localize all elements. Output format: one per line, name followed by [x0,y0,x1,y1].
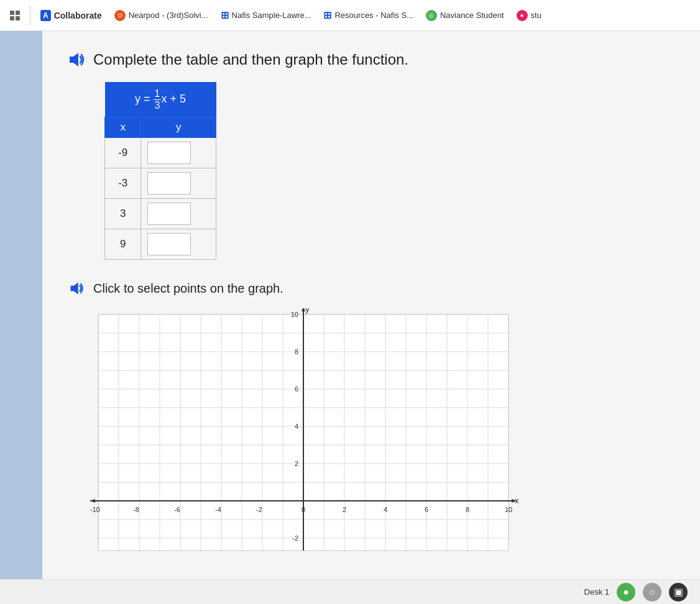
desk-label: Desk 1 [584,587,609,597]
collaborate-icon: A [40,10,51,21]
svg-text:8: 8 [466,506,469,513]
svg-text:-4: -4 [215,506,221,513]
x-value-0: -9 [105,138,141,168]
svg-text:10: 10 [505,506,512,513]
svg-marker-0 [70,53,78,66]
svg-text:2: 2 [343,506,346,513]
coordinate-graph[interactable]: // We'll draw these inline via the SVG [80,308,521,569]
nav-nafis-sample[interactable]: ⊞ Nafis Sample-Lawre... [216,7,316,24]
svg-text:-2: -2 [292,534,298,542]
main-content: Complete the table and then graph the fu… [42,31,700,604]
desk-bar: Desk 1 ● ○ ▣ [0,579,700,604]
y-input-0[interactable] [147,142,191,164]
fraction-denominator: 3 [154,100,162,111]
nav-collaborate[interactable]: A Collaborate [35,7,107,24]
table-equation-header: y = 1 3 x + 5 [105,82,216,117]
y-input-cell-1[interactable] [141,168,216,199]
x-value-3: 9 [105,229,141,260]
table-row: 9 [105,229,216,260]
nav-stu[interactable]: ● stu [512,7,546,24]
monitor-icon[interactable]: ▣ [669,583,688,602]
function-table: y = 1 3 x + 5 x y -9 -3 [104,82,216,260]
speaker-icon-2[interactable] [67,278,87,298]
apps-grid-icon [10,11,20,21]
y-input-2[interactable] [147,203,191,225]
fraction: 1 3 [154,88,162,111]
table-row: 3 [105,199,216,229]
instruction2-row: Click to select points on the graph. [67,278,675,298]
sidebar [0,31,42,604]
svg-text:x: x [515,496,519,505]
svg-text:-10: -10 [90,506,100,513]
naviance-label: Naviance Student [440,11,504,20]
nav-nearpod[interactable]: ⊙ Nearpod - (3rd)Solvi... [109,7,213,24]
resources-label: Resources - Nafis S... [334,11,413,20]
stu-label: stu [531,11,541,20]
nav-naviance[interactable]: ◎ Naviance Student [421,7,509,24]
x-value-1: -3 [105,168,141,199]
resources-icon: ⊞ [323,9,331,21]
col-header-x: x [105,117,141,138]
nafis-sample-label: Nafis Sample-Lawre... [232,11,311,20]
svg-text:8: 8 [295,348,298,355]
chrome-icon[interactable]: ● [617,583,635,602]
nav-separator [30,6,30,25]
y-input-3[interactable] [147,233,191,255]
fraction-numerator: 1 [154,88,162,100]
nav-bar: A Collaborate ⊙ Nearpod - (3rd)Solvi... … [0,0,700,31]
svg-marker-1 [71,283,78,295]
y-input-cell-3[interactable] [141,229,216,260]
x-value-2: 3 [105,199,141,229]
stu-icon: ● [517,10,528,21]
naviance-icon: ◎ [426,10,437,21]
svg-text:6: 6 [295,385,298,393]
instruction1-row: Complete the table and then graph the fu… [67,50,675,70]
main-layout: Complete the table and then graph the fu… [0,31,700,604]
graph-container[interactable]: // We'll draw these inline via the SVG [80,308,521,569]
nearpod-label: Nearpod - (3rd)Solvi... [129,11,208,20]
svg-text:2: 2 [295,460,298,467]
svg-text:-6: -6 [174,506,180,513]
svg-text:y: y [305,308,310,314]
svg-text:10: 10 [291,311,298,318]
y-input-cell-2[interactable] [141,199,216,229]
table-row: -9 [105,138,216,168]
instruction1-text: Complete the table and then graph the fu… [93,51,408,68]
svg-text:6: 6 [425,506,428,513]
table-row: -3 [105,168,216,199]
nav-apps[interactable] [5,8,25,23]
collaborate-label: Collaborate [54,11,102,21]
svg-text:0: 0 [302,506,305,513]
nearpod-icon: ⊙ [114,10,126,21]
function-table-container: y = 1 3 x + 5 x y -9 -3 [104,82,675,260]
circle-icon[interactable]: ○ [643,583,661,602]
y-input-1[interactable] [147,172,191,194]
svg-text:-8: -8 [133,506,139,513]
svg-text:4: 4 [295,423,298,430]
svg-text:4: 4 [384,506,387,513]
svg-text:-2: -2 [256,506,262,513]
nafis-sample-icon: ⊞ [221,9,229,21]
instruction2-text: Click to select points on the graph. [93,281,283,296]
speaker-icon-1[interactable] [67,50,87,70]
y-input-cell-0[interactable] [141,138,216,168]
nav-resources[interactable]: ⊞ Resources - Nafis S... [318,7,418,24]
col-header-y: y [141,117,216,138]
